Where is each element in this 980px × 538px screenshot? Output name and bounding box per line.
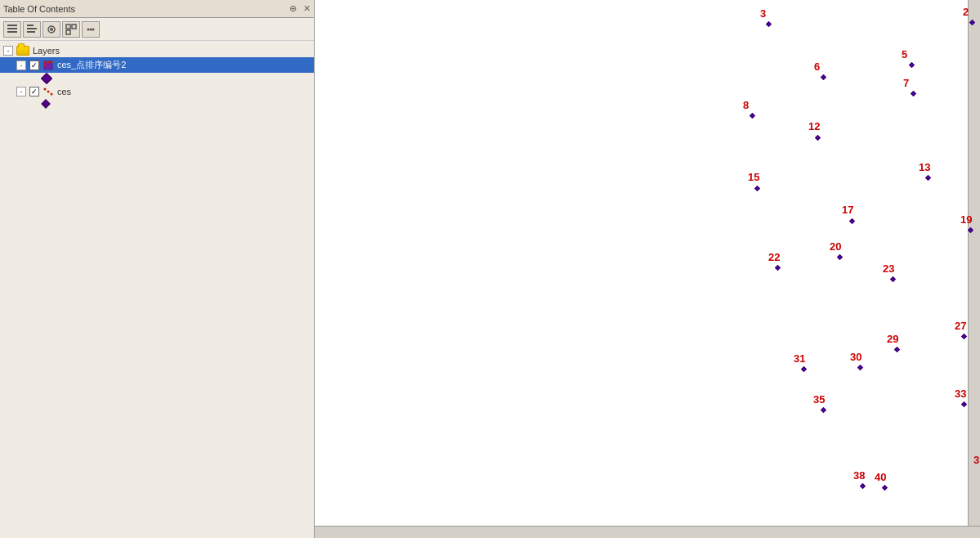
list-by-drawing-order-button[interactable] (3, 21, 21, 38)
list-by-selection-button[interactable] (62, 21, 80, 38)
map-label-17: 17 (842, 204, 853, 215)
map-dot-7 (911, 91, 916, 96)
map-point-2: 2 (963, 7, 969, 17)
svg-rect-0 (7, 25, 17, 26)
map-dot-31 (801, 366, 807, 372)
map-dot-12 (815, 135, 821, 141)
map-dot-6 (821, 74, 826, 80)
ces-expand-button[interactable]: - (16, 87, 26, 96)
layers-expand-button[interactable]: - (3, 46, 13, 56)
map-label-33: 33 (955, 388, 966, 399)
toc-title: Table Of Contents (3, 4, 75, 14)
toc-panel: Table Of Contents ⊕ ✕ (0, 0, 315, 538)
svg-point-12 (90, 28, 92, 30)
map-label-37: 37 (973, 455, 980, 465)
map-label-13: 13 (919, 162, 930, 173)
ces-points-checkbox[interactable]: ✓ (29, 61, 39, 70)
map-point-29: 29 (887, 334, 898, 344)
map-point-19: 19 (960, 214, 972, 225)
layers-group-row[interactable]: - Layers (0, 44, 314, 57)
map-dot-23 (890, 276, 896, 282)
svg-point-19 (44, 88, 47, 91)
svg-point-11 (87, 28, 90, 30)
options-button[interactable] (82, 21, 100, 38)
ces-points-layer-icon (43, 60, 54, 71)
map-point-40: 40 (875, 472, 886, 482)
map-label-23: 23 (883, 263, 894, 274)
svg-rect-5 (27, 31, 35, 33)
svg-rect-2 (7, 31, 17, 33)
svg-rect-3 (27, 25, 34, 26)
map-dot-13 (925, 175, 931, 181)
list-by-visibility-button[interactable] (43, 21, 60, 38)
map-point-30: 30 (850, 352, 861, 362)
map-point-22: 22 (768, 252, 780, 262)
svg-rect-10 (66, 30, 70, 34)
toc-header: Table Of Contents ⊕ ✕ (0, 0, 314, 18)
map-dot-3 (766, 21, 772, 27)
toc-header-actions: ⊕ ✕ (289, 3, 311, 14)
svg-point-7 (50, 28, 53, 31)
map-point-17: 17 (842, 204, 853, 215)
map-label-3: 3 (760, 8, 766, 19)
ces-points-symbol-icon (41, 73, 52, 84)
close-icon[interactable]: ✕ (303, 3, 311, 14)
svg-rect-4 (27, 28, 37, 29)
map-point-6: 6 (814, 61, 820, 72)
map-dot-27 (961, 334, 967, 339)
map-label-38: 38 (853, 470, 865, 481)
svg-point-20 (47, 91, 50, 93)
layers-folder-icon (16, 46, 29, 56)
map-label-2: 2 (963, 7, 969, 17)
map-point-38: 38 (853, 470, 865, 481)
map-dot-17 (849, 218, 855, 224)
ces-layer-icon (43, 86, 54, 97)
map-label-27: 27 (955, 321, 966, 331)
pin-icon[interactable]: ⊕ (289, 3, 297, 14)
svg-rect-9 (72, 25, 76, 29)
map-dot-38 (860, 483, 866, 489)
map-dot-33 (961, 401, 967, 407)
map-point-33: 33 (955, 388, 966, 399)
map-area[interactable]: 1234567891011121314151617181920212223242… (315, 0, 980, 538)
map-point-35: 35 (813, 394, 825, 405)
map-point-15: 15 (748, 172, 759, 182)
ces-symbol-icon (41, 99, 50, 108)
list-by-source-button[interactable] (23, 21, 41, 38)
ces-points-symbol-row (0, 73, 314, 84)
ces-checkbox[interactable]: ✓ (29, 87, 39, 96)
map-point-5: 5 (902, 49, 907, 60)
map-label-31: 31 (794, 353, 805, 364)
toc-title-text: Table Of Contents (3, 4, 75, 14)
map-label-20: 20 (830, 241, 841, 252)
map-dot-5 (909, 62, 915, 68)
map-label-22: 22 (768, 252, 780, 262)
map-dot-40 (882, 485, 888, 491)
map-label-29: 29 (887, 334, 898, 344)
map-point-20: 20 (830, 241, 841, 252)
ces-layer-label: ces (57, 87, 71, 96)
layer-item-ces-points[interactable]: - ✓ ces_点排序编号2 (0, 57, 314, 73)
toc-content: - Layers - ✓ (0, 41, 314, 538)
map-label-35: 35 (813, 394, 825, 405)
svg-point-21 (51, 93, 53, 96)
ces-symbol-row (0, 99, 314, 109)
map-point-8: 8 (743, 100, 749, 110)
map-point-23: 23 (883, 263, 894, 274)
map-label-8: 8 (743, 100, 749, 110)
svg-point-16 (47, 61, 50, 63)
layer-item-ces[interactable]: - ✓ ces (0, 84, 314, 99)
map-label-7: 7 (903, 78, 909, 88)
map-label-15: 15 (748, 172, 759, 182)
map-dot-22 (775, 265, 781, 271)
map-label-19: 19 (960, 214, 972, 225)
map-point-31: 31 (794, 353, 805, 364)
map-scrollbar-bottom[interactable] (315, 526, 980, 538)
map-point-13: 13 (919, 162, 930, 173)
svg-point-18 (44, 64, 47, 66)
ces-points-expand-button[interactable]: - (16, 61, 26, 70)
map-label-5: 5 (902, 49, 907, 60)
map-dot-15 (754, 186, 760, 191)
svg-point-13 (92, 28, 95, 30)
toc-toolbar (0, 18, 314, 41)
